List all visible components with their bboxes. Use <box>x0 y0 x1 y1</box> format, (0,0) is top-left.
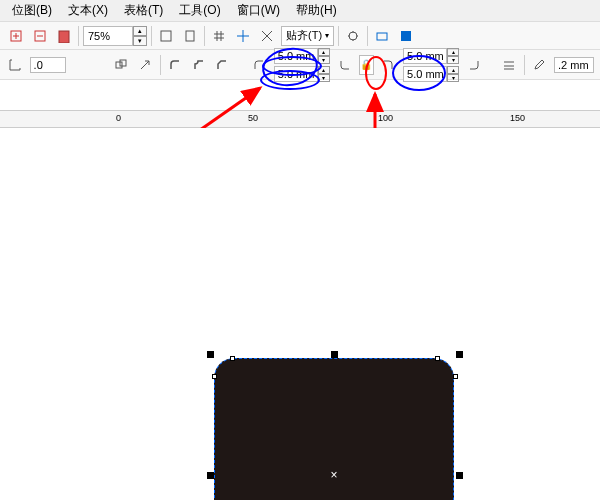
launcher-icon[interactable] <box>372 26 392 46</box>
corner-scallop-icon[interactable] <box>190 55 208 75</box>
corner-radius-handle[interactable] <box>435 356 440 361</box>
options-icon[interactable] <box>343 26 363 46</box>
selection-handle[interactable] <box>456 351 463 358</box>
zoom-input[interactable] <box>83 26 133 46</box>
menu-table[interactable]: 表格(T) <box>116 2 171 19</box>
corner-tl-input[interactable] <box>274 48 318 64</box>
center-marker-icon: × <box>330 468 337 482</box>
ruler-tick: 100 <box>378 113 393 123</box>
export-icon[interactable] <box>30 26 50 46</box>
up-icon[interactable]: ▴ <box>447 48 459 56</box>
corner-tr-icon <box>380 55 398 75</box>
guides-icon[interactable] <box>233 26 253 46</box>
x-position-field[interactable] <box>30 57 66 73</box>
horizontal-ruler: 0 50 100 150 <box>0 110 600 128</box>
separator <box>338 26 339 46</box>
standard-toolbar: ▴▾ 贴齐(T) <box>0 22 600 50</box>
corner-radius-handle[interactable] <box>212 374 217 379</box>
corner-radius-handle[interactable] <box>453 374 458 379</box>
corner-round-icon[interactable] <box>166 55 184 75</box>
app-icon[interactable] <box>396 26 416 46</box>
zoom-up-icon[interactable]: ▴ <box>133 26 147 36</box>
menu-help[interactable]: 帮助(H) <box>288 2 345 19</box>
view-page-icon[interactable] <box>180 26 200 46</box>
separator <box>524 55 525 75</box>
ruler-tick: 150 <box>510 113 525 123</box>
lock-icon: 🔒 <box>360 59 372 70</box>
outline-width-icon[interactable] <box>500 55 518 75</box>
svg-point-5 <box>349 32 357 40</box>
property-bar: ▴▾ ▴▾ 🔒 ▴▾ ▴▾ <box>0 50 600 80</box>
outline-input[interactable] <box>554 57 594 73</box>
corner-chamfer-icon[interactable] <box>214 55 232 75</box>
lock-corners-button[interactable]: 🔒 <box>359 55 373 75</box>
separator <box>367 26 368 46</box>
snap-dropdown[interactable]: 贴齐(T) <box>281 26 334 46</box>
down-icon[interactable]: ▾ <box>447 56 459 64</box>
corner-tr-input[interactable] <box>403 48 447 64</box>
separator <box>78 26 79 46</box>
snap-label: 贴齐(T) <box>286 28 322 43</box>
scale-icon[interactable] <box>136 55 154 75</box>
corner-bl-icon <box>336 55 354 75</box>
size-icon[interactable] <box>112 55 130 75</box>
down-icon[interactable]: ▾ <box>447 74 459 82</box>
pen-icon[interactable] <box>530 55 548 75</box>
selection-bounds: × <box>210 354 460 500</box>
pdf-icon[interactable] <box>54 26 74 46</box>
corner-bl-input[interactable] <box>274 66 318 82</box>
corner-tl-icon <box>250 55 268 75</box>
up-icon[interactable]: ▴ <box>318 66 330 74</box>
x-input[interactable] <box>30 57 66 73</box>
selection-handle[interactable] <box>331 351 338 358</box>
selection-handle[interactable] <box>456 472 463 479</box>
up-icon[interactable]: ▴ <box>318 48 330 56</box>
svg-rect-7 <box>401 31 411 41</box>
dynamic-guides-icon[interactable] <box>257 26 277 46</box>
svg-rect-2 <box>59 31 69 43</box>
menu-bitmap[interactable]: 位图(B) <box>4 2 60 19</box>
svg-rect-9 <box>120 60 126 66</box>
snap-grid-icon[interactable] <box>209 26 229 46</box>
corner-br-icon <box>465 55 483 75</box>
ruler-tick: 50 <box>248 113 258 123</box>
svg-rect-6 <box>377 33 387 40</box>
separator <box>151 26 152 46</box>
corner-br-input[interactable] <box>403 66 447 82</box>
menu-text[interactable]: 文本(X) <box>60 2 116 19</box>
view-full-icon[interactable] <box>156 26 176 46</box>
svg-rect-8 <box>116 62 122 68</box>
coord-icon <box>6 55 24 75</box>
menu-window[interactable]: 窗口(W) <box>229 2 288 19</box>
rounded-rectangle-shape[interactable]: × <box>214 358 454 500</box>
up-icon[interactable]: ▴ <box>447 66 459 74</box>
down-icon[interactable]: ▾ <box>318 56 330 64</box>
selection-handle[interactable] <box>207 351 214 358</box>
corner-radius-handle[interactable] <box>230 356 235 361</box>
import-icon[interactable] <box>6 26 26 46</box>
zoom-down-icon[interactable]: ▾ <box>133 36 147 46</box>
svg-rect-4 <box>186 31 194 41</box>
svg-rect-3 <box>161 31 171 41</box>
canvas-area[interactable]: × <box>0 128 600 500</box>
menu-bar: 位图(B) 文本(X) 表格(T) 工具(O) 窗口(W) 帮助(H) <box>0 0 600 22</box>
separator <box>204 26 205 46</box>
ruler-tick: 0 <box>116 113 121 123</box>
down-icon[interactable]: ▾ <box>318 74 330 82</box>
menu-tools[interactable]: 工具(O) <box>171 2 228 19</box>
zoom-control[interactable]: ▴▾ <box>83 26 147 46</box>
separator <box>160 55 161 75</box>
selection-handle[interactable] <box>207 472 214 479</box>
